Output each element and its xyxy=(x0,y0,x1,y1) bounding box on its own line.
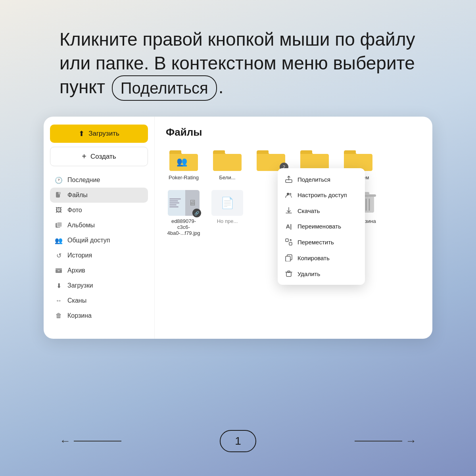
bottom-nav: ← 1 → xyxy=(60,430,416,452)
clock-icon: 🕐 xyxy=(55,176,63,184)
svg-rect-16 xyxy=(286,239,288,242)
sidebar-item-label: Загрузки xyxy=(67,282,93,289)
file-name: Но пре... xyxy=(217,218,238,224)
plus-icon: + xyxy=(82,152,86,161)
svg-rect-20 xyxy=(286,272,291,276)
sidebar-item-label: Фото xyxy=(67,207,82,214)
context-menu-label: Настроить доступ xyxy=(298,192,347,198)
context-menu-item-rename[interactable]: A| Переименовать xyxy=(278,219,365,234)
svg-rect-3 xyxy=(57,222,62,227)
context-menu-label: Удалить xyxy=(298,271,320,277)
instruction-line2: или папке. В контекстном меню выберите xyxy=(60,53,415,73)
sidebar-item-label: Общий доступ xyxy=(67,237,110,244)
instruction-period: . xyxy=(219,77,224,97)
sidebar-item-trash[interactable]: 🗑 Корзина xyxy=(50,308,148,323)
sidebar-item-label: Архив xyxy=(67,267,85,274)
sidebar-item-label: Корзина xyxy=(67,312,92,319)
context-menu-item-move[interactable]: Переместить xyxy=(278,234,365,250)
main-content: Файлы 👥 Poker-Rating xyxy=(155,117,432,339)
move-icon xyxy=(285,238,293,246)
svg-rect-4 xyxy=(56,269,62,273)
copy-icon xyxy=(285,254,293,261)
context-menu: Поделиться Настроить доступ xyxy=(278,168,365,285)
context-menu-label: Переместить xyxy=(298,239,334,246)
instruction-line1: Кликните правой кнопкой мыши по файлу xyxy=(60,29,415,50)
svg-rect-1 xyxy=(58,192,61,194)
sidebar-item-files[interactable]: Файлы xyxy=(50,188,148,203)
sidebar-item-archive[interactable]: Архив xyxy=(50,263,148,278)
rename-icon: A| xyxy=(285,223,293,230)
next-nav[interactable]: → xyxy=(355,435,416,447)
file-icon xyxy=(55,191,63,199)
download-icon xyxy=(285,207,293,214)
svg-rect-5 xyxy=(56,268,62,270)
svg-rect-19 xyxy=(286,256,290,261)
sidebar-item-albums[interactable]: Альбомы xyxy=(50,218,148,233)
sidebar-item-shared[interactable]: 👥 Общий доступ xyxy=(50,233,148,248)
folder-poker[interactable]: 👥 Poker-Rating xyxy=(166,146,202,180)
upload-label: Загрузить xyxy=(88,130,119,138)
context-menu-label: Поделиться xyxy=(298,176,330,183)
shared-icon: 👥 xyxy=(55,236,63,244)
delete-icon xyxy=(285,270,293,277)
instruction-line3: пункт xyxy=(60,77,105,97)
create-label: Создать xyxy=(90,153,116,161)
upload-button[interactable]: ⬆ Загрузить xyxy=(50,125,148,143)
context-menu-item-copy[interactable]: Копировать xyxy=(278,250,365,266)
sidebar-item-label: Файлы xyxy=(67,192,88,199)
scan-icon: ↔ xyxy=(55,297,63,305)
instruction-block: Кликните правой кнопкой мыши по файлу ил… xyxy=(60,28,416,101)
folder-beli[interactable]: Бели... xyxy=(209,146,245,180)
svg-rect-21 xyxy=(288,271,290,273)
context-menu-label: Переименовать xyxy=(298,223,341,230)
left-arrow-icon: ← xyxy=(60,435,71,447)
sidebar-item-label: Альбомы xyxy=(67,222,95,229)
nav-line-left xyxy=(74,441,121,441)
folder-name: Poker-Rating xyxy=(169,175,199,180)
right-arrow-icon: → xyxy=(405,435,416,447)
sidebar-item-history[interactable]: ↺ История xyxy=(50,248,148,263)
app-window: ⬆ Загрузить + Создать 🕐 Последние Файлы … xyxy=(44,117,432,339)
file-name: ed889079-с3с6-4ba0-...f79.jpg xyxy=(166,218,202,236)
share-badge: Поделиться xyxy=(112,75,217,101)
context-menu-label: Скачать xyxy=(298,207,320,214)
sidebar-item-scans[interactable]: ↔ Сканы xyxy=(50,293,148,308)
svg-point-15 xyxy=(290,193,292,195)
context-menu-item-delete[interactable]: Удалить xyxy=(278,266,365,282)
albums-icon xyxy=(55,221,63,229)
photo-icon: 🖼 xyxy=(55,206,63,214)
sidebar-item-recent[interactable]: 🕐 Последние xyxy=(50,173,148,188)
trash-icon: 🗑 xyxy=(55,312,63,320)
people-icon xyxy=(285,192,293,198)
archive-icon xyxy=(55,267,63,274)
file-prez[interactable]: 📄 Но пре... xyxy=(209,190,245,236)
context-menu-item-download[interactable]: Скачать xyxy=(278,203,365,219)
sidebar-item-label: История xyxy=(67,252,92,259)
download-icon: ⬇ xyxy=(55,282,63,290)
history-icon: ↺ xyxy=(55,251,63,259)
nav-line-right xyxy=(355,441,402,441)
sidebar-item-downloads[interactable]: ⬇ Загрузки xyxy=(50,278,148,293)
page-number: 1 xyxy=(235,435,241,447)
folder-name: Бели... xyxy=(219,175,235,180)
file-jpg[interactable]: 🖥 🔗 ed889079-с3с6-4ba0-...f79.jpg xyxy=(166,190,202,236)
context-menu-item-share[interactable]: Поделиться xyxy=(278,171,365,187)
section-title: Файлы xyxy=(166,126,421,138)
sidebar-item-label: Последние xyxy=(67,177,100,184)
create-button[interactable]: + Создать xyxy=(50,147,148,166)
sidebar: ⬆ Загрузить + Создать 🕐 Последние Файлы … xyxy=(44,117,155,339)
share-icon xyxy=(285,176,293,183)
prev-nav[interactable]: ← xyxy=(60,435,121,447)
context-menu-label: Копировать xyxy=(298,255,330,261)
svg-rect-17 xyxy=(289,242,292,245)
page-badge: 1 xyxy=(220,430,256,452)
sidebar-item-label: Сканы xyxy=(67,297,86,304)
svg-point-14 xyxy=(287,193,289,195)
upload-icon: ⬆ xyxy=(79,129,84,138)
sidebar-item-photos[interactable]: 🖼 Фото xyxy=(50,203,148,218)
context-menu-item-access[interactable]: Настроить доступ xyxy=(278,187,365,203)
